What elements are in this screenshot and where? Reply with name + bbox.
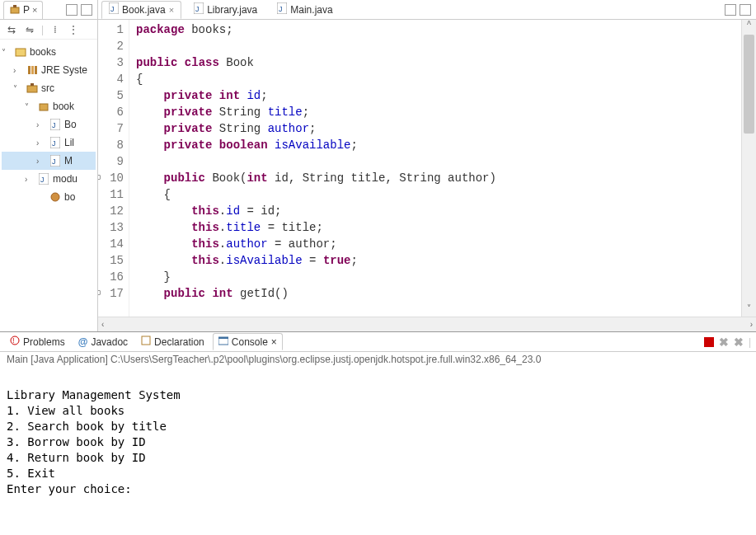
- remove-launch-icon[interactable]: ✖: [719, 336, 729, 349]
- svg-text:!: !: [12, 336, 15, 345]
- close-icon[interactable]: ×: [32, 5, 37, 15]
- scroll-right-icon[interactable]: ›: [750, 320, 753, 329]
- tab-label: Problems: [23, 336, 65, 348]
- svg-rect-2: [16, 49, 26, 56]
- caret-down-icon[interactable]: ˅: [2, 48, 12, 57]
- svg-text:J: J: [195, 5, 200, 13]
- vertical-scrollbar[interactable]: ^ ˅: [741, 20, 756, 317]
- bottom-panel: ! Problems @ Javadoc Declaration Console…: [0, 331, 756, 535]
- tree-label: book: [53, 101, 74, 112]
- tab-console[interactable]: Console ×: [213, 333, 283, 350]
- svg-rect-5: [35, 66, 37, 74]
- package-icon: [37, 100, 50, 113]
- svg-rect-3: [28, 66, 31, 74]
- tab-declaration[interactable]: Declaration: [136, 334, 209, 350]
- tree-module[interactable]: › J modu: [2, 170, 96, 188]
- editor-tab[interactable]: J Book.java ×: [101, 1, 181, 19]
- svg-text:J: J: [52, 139, 56, 148]
- line-gutter: 1 2 3 4 5 6 7 8 9 10 11 12 13 14 15 16 1…: [98, 20, 129, 317]
- module-icon: [49, 190, 62, 204]
- maximize-icon[interactable]: [740, 4, 751, 16]
- close-icon[interactable]: ×: [271, 336, 277, 348]
- launch-description: Main [Java Application] C:\Users\SergTea…: [0, 352, 756, 367]
- menu-icon[interactable]: ⋮: [67, 23, 80, 36]
- remove-all-icon[interactable]: ✖: [734, 336, 744, 349]
- tree-src[interactable]: ˅ src: [2, 79, 96, 97]
- tree-label: books: [30, 46, 56, 58]
- tab-label: Javadoc: [91, 336, 128, 348]
- tab-label: Declaration: [154, 336, 204, 348]
- fold-icon[interactable]: [98, 175, 101, 180]
- svg-rect-7: [31, 83, 34, 86]
- tree-label: M: [64, 155, 73, 167]
- code-editor[interactable]: 1 2 3 4 5 6 7 8 9 10 11 12 13 14 15 16 1…: [98, 20, 756, 317]
- src-folder-icon: [26, 82, 39, 95]
- code-content[interactable]: package books; public class Book{ privat…: [129, 20, 741, 317]
- console-output[interactable]: Library Management System 1. View all bo…: [0, 367, 756, 535]
- fold-icon[interactable]: [98, 290, 101, 295]
- tree-file-selected[interactable]: › J M: [2, 152, 96, 170]
- library-icon: [26, 63, 39, 77]
- tree-item[interactable]: › bo: [2, 188, 96, 206]
- tree-file[interactable]: › J Lil: [2, 134, 96, 152]
- svg-text:J: J: [279, 5, 283, 13]
- close-icon[interactable]: ×: [169, 5, 174, 15]
- sidebar-toolbar: ⇆ ⇋ | ⁞ ⋮: [0, 20, 97, 40]
- scroll-up-icon[interactable]: ^: [742, 20, 756, 33]
- tab-javadoc[interactable]: @ Javadoc: [73, 335, 133, 350]
- tree-label: bo: [64, 191, 75, 203]
- java-file-icon: J: [49, 154, 62, 167]
- java-file-icon: J: [109, 2, 119, 16]
- caret-right-icon[interactable]: ›: [36, 138, 46, 148]
- horizontal-scrollbar[interactable]: ‹ ›: [98, 317, 756, 331]
- declaration-icon: [141, 336, 151, 348]
- tree-label: Lil: [64, 137, 74, 148]
- svg-rect-28: [218, 337, 228, 339]
- collapse-all-icon[interactable]: ⇆: [5, 23, 18, 36]
- filter-icon[interactable]: ⁞: [49, 23, 62, 36]
- caret-down-icon[interactable]: ˅: [25, 102, 35, 111]
- java-file-icon: J: [49, 136, 62, 149]
- caret-right-icon[interactable]: ›: [13, 66, 23, 75]
- editor-tab-label: Main.java: [290, 4, 332, 16]
- minimize-icon[interactable]: [66, 4, 77, 16]
- project-icon: [14, 45, 27, 59]
- editor-tab[interactable]: J Main.java: [270, 1, 340, 19]
- editor-tab[interactable]: J Library.java: [186, 1, 265, 19]
- java-file-icon: J: [37, 172, 50, 185]
- svg-rect-4: [31, 66, 34, 74]
- svg-rect-0: [11, 7, 19, 13]
- caret-right-icon[interactable]: ›: [36, 157, 46, 166]
- java-file-icon: J: [277, 2, 287, 16]
- tab-problems[interactable]: ! Problems: [5, 334, 70, 350]
- svg-rect-8: [40, 104, 48, 110]
- scroll-down-icon[interactable]: ˅: [742, 303, 756, 317]
- scroll-left-icon[interactable]: ‹: [101, 320, 104, 329]
- editor-area: J Book.java × J Library.java J Main.java…: [98, 0, 756, 331]
- minimize-icon[interactable]: [725, 4, 736, 16]
- caret-right-icon[interactable]: ›: [36, 120, 46, 129]
- svg-rect-6: [27, 86, 37, 92]
- tree-jre[interactable]: › JRE Syste: [2, 61, 96, 79]
- tab-label: Console: [232, 336, 268, 348]
- caret-right-icon[interactable]: ›: [25, 175, 35, 184]
- tree-file[interactable]: › J Bo: [2, 115, 96, 134]
- editor-tab-bar: J Book.java × J Library.java J Main.java: [98, 0, 756, 20]
- sidebar-tab-label: P: [23, 4, 30, 16]
- sidebar-tab[interactable]: P ×: [3, 1, 43, 19]
- bottom-tab-bar: ! Problems @ Javadoc Declaration Console…: [0, 332, 756, 352]
- terminate-button[interactable]: [704, 337, 714, 347]
- console-icon: [218, 336, 228, 348]
- svg-text:J: J: [110, 5, 115, 13]
- java-file-icon: J: [49, 118, 62, 131]
- svg-text:J: J: [52, 157, 56, 166]
- link-editor-icon[interactable]: ⇋: [23, 23, 36, 36]
- svg-rect-1: [13, 5, 16, 7]
- caret-down-icon[interactable]: ˅: [13, 84, 23, 93]
- maximize-icon[interactable]: [81, 4, 92, 16]
- tree-label: Bo: [64, 119, 77, 130]
- tree-package[interactable]: ˅ book: [2, 97, 96, 115]
- tree-project[interactable]: ˅ books: [2, 43, 96, 61]
- scroll-thumb[interactable]: [744, 35, 754, 134]
- package-explorer: P × ⇆ ⇋ | ⁞ ⋮ ˅ books › JRE Syst: [0, 0, 98, 331]
